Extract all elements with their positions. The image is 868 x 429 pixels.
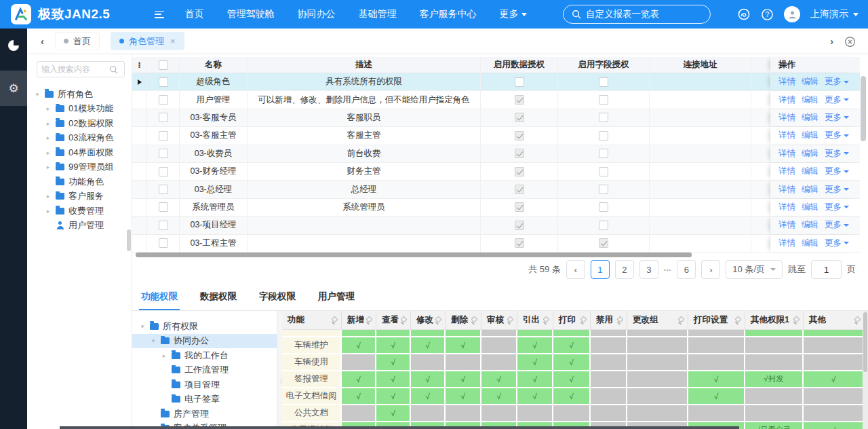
perm-tree-item-4[interactable]: 项目管理 bbox=[132, 377, 277, 392]
role-tree-search[interactable] bbox=[37, 61, 125, 77]
field-auth-checkbox[interactable] bbox=[599, 149, 608, 158]
nav-item-1[interactable]: 管理驾驶舱 bbox=[226, 8, 274, 20]
perm-cell[interactable] bbox=[745, 388, 804, 404]
edit-link[interactable]: 编辑 bbox=[802, 184, 818, 195]
select-all-checkbox[interactable] bbox=[159, 60, 168, 70]
perm-cell[interactable]: √ bbox=[553, 354, 591, 370]
perm-cell[interactable] bbox=[411, 354, 446, 370]
edit-link[interactable]: 编辑 bbox=[802, 112, 818, 124]
perm-tree-item-1[interactable]: ▾协同办公 bbox=[132, 334, 277, 349]
next-page-button[interactable]: › bbox=[701, 260, 720, 279]
field-auth-checkbox[interactable] bbox=[599, 202, 608, 212]
role-table-vertical-scrollbar[interactable] bbox=[861, 76, 866, 141]
page-tab-1[interactable]: 角色管理× bbox=[111, 32, 184, 50]
more-actions-link[interactable]: 更多 bbox=[825, 184, 849, 195]
tabs-scroll-right-icon[interactable]: › bbox=[830, 36, 833, 47]
detail-link[interactable]: 详情 bbox=[778, 76, 795, 88]
detail-link[interactable]: 详情 bbox=[778, 184, 795, 195]
role-tree-search-input[interactable] bbox=[41, 64, 109, 74]
perm-cell[interactable] bbox=[591, 337, 627, 353]
more-actions-link[interactable]: 更多 bbox=[825, 148, 849, 160]
perm-cell[interactable]: √ bbox=[376, 371, 411, 387]
perm-cell[interactable] bbox=[688, 330, 745, 336]
tree-expand-icon[interactable]: ▸ bbox=[45, 120, 52, 127]
page-button-3[interactable]: 3 bbox=[639, 260, 658, 279]
user-menu[interactable]: 上海演示 bbox=[810, 8, 859, 20]
perm-cell[interactable]: √ bbox=[481, 371, 517, 387]
row-checkbox[interactable] bbox=[159, 185, 168, 194]
perm-cell[interactable]: √ bbox=[446, 337, 481, 353]
page-button-6[interactable]: 6 bbox=[677, 260, 696, 279]
row-checkbox[interactable] bbox=[159, 113, 168, 122]
more-actions-link[interactable]: 更多 bbox=[825, 166, 849, 177]
more-actions-link[interactable]: 更多 bbox=[825, 219, 849, 231]
perm-cell[interactable]: √ bbox=[376, 388, 411, 404]
perm-cell[interactable]: √ bbox=[688, 371, 745, 387]
tree-expand-icon[interactable]: ▸ bbox=[45, 208, 52, 214]
permission-table-scrollbar[interactable] bbox=[863, 311, 868, 429]
detail-link[interactable]: 详情 bbox=[778, 148, 795, 160]
perm-cell[interactable] bbox=[411, 330, 446, 336]
perm-cell[interactable]: √ bbox=[446, 388, 481, 404]
more-actions-link[interactable]: 更多 bbox=[825, 112, 849, 124]
tree-expand-icon[interactable]: ▸ bbox=[45, 193, 52, 200]
row-checkbox[interactable] bbox=[159, 77, 168, 87]
tree-collapse-icon[interactable]: ▾ bbox=[139, 323, 146, 330]
data-auth-checkbox[interactable] bbox=[515, 202, 524, 212]
role-tree-item-7[interactable]: ▸客户服务 bbox=[27, 189, 132, 204]
nav-item-3[interactable]: 基础管理 bbox=[358, 8, 396, 20]
perm-cell[interactable]: √封发 bbox=[745, 371, 804, 387]
role-tree-item-2[interactable]: ▸02数据权限 bbox=[27, 116, 132, 131]
detail-link[interactable]: 详情 bbox=[778, 130, 795, 141]
field-auth-checkbox[interactable] bbox=[599, 113, 608, 122]
perm-cell[interactable] bbox=[745, 354, 804, 370]
field-auth-checkbox[interactable] bbox=[599, 185, 608, 194]
edit-link[interactable]: 编辑 bbox=[802, 238, 818, 249]
perm-cell[interactable]: √ bbox=[342, 337, 376, 353]
page-ellipsis[interactable]: ••• bbox=[664, 267, 671, 273]
edit-link[interactable]: 编辑 bbox=[802, 219, 818, 231]
perm-cell[interactable]: √ bbox=[553, 337, 591, 353]
row-checkbox[interactable] bbox=[159, 238, 168, 248]
tree-expand-icon[interactable]: ▸ bbox=[45, 105, 52, 112]
perm-cell[interactable] bbox=[553, 330, 591, 336]
perm-tab-2[interactable]: 字段权限 bbox=[257, 291, 298, 310]
pin-icon[interactable] bbox=[854, 317, 861, 324]
help-icon[interactable]: ? bbox=[761, 8, 774, 21]
perm-cell[interactable] bbox=[342, 330, 376, 336]
role-tree-item-5[interactable]: ▸99管理员组 bbox=[27, 160, 132, 175]
nav-item-2[interactable]: 协同办公 bbox=[297, 8, 335, 20]
perm-cell[interactable] bbox=[627, 354, 688, 370]
perm-cell[interactable]: √只看自己 bbox=[745, 422, 804, 429]
edit-link[interactable]: 编辑 bbox=[802, 94, 818, 106]
perm-tree-item-3[interactable]: 工作流管理 bbox=[132, 363, 277, 378]
panel-splitter[interactable]: ⋮ bbox=[277, 311, 282, 429]
pin-icon[interactable] bbox=[793, 317, 800, 324]
window-bottom-scrollbar[interactable] bbox=[60, 426, 739, 429]
perm-cell[interactable]: √ bbox=[553, 388, 591, 404]
pin-icon[interactable] bbox=[366, 317, 372, 324]
user-avatar[interactable] bbox=[784, 6, 800, 22]
detail-link[interactable]: 详情 bbox=[778, 112, 795, 124]
edit-link[interactable]: 编辑 bbox=[802, 148, 818, 160]
prev-page-button[interactable]: ‹ bbox=[566, 260, 585, 279]
edit-link[interactable]: 编辑 bbox=[802, 166, 818, 177]
role-table-horizontal-scrollbar[interactable] bbox=[136, 253, 692, 257]
dashboard-rail-button[interactable] bbox=[0, 29, 27, 62]
row-checkbox[interactable] bbox=[159, 95, 168, 105]
data-auth-checkbox[interactable] bbox=[515, 221, 524, 230]
perm-cell[interactable] bbox=[591, 371, 627, 387]
perm-tree-item-0[interactable]: ▾所有权限 bbox=[132, 319, 277, 334]
tree-expand-icon[interactable]: ▸ bbox=[45, 134, 52, 141]
more-actions-link[interactable]: 更多 bbox=[825, 76, 849, 88]
perm-cell[interactable] bbox=[745, 337, 804, 353]
perm-cell[interactable] bbox=[342, 405, 376, 421]
role-tree-item-1[interactable]: ▸01模块功能 bbox=[27, 102, 132, 117]
page-button-2[interactable]: 2 bbox=[615, 260, 634, 279]
edit-link[interactable]: 编辑 bbox=[802, 130, 818, 141]
more-actions-link[interactable]: 更多 bbox=[825, 202, 849, 213]
role-tree-item-4[interactable]: ▸04界面权限 bbox=[27, 145, 132, 160]
perm-cell[interactable] bbox=[627, 388, 688, 404]
role-tree-item-8[interactable]: ▸收费管理 bbox=[27, 204, 132, 219]
perm-cell[interactable]: √ bbox=[411, 371, 446, 387]
